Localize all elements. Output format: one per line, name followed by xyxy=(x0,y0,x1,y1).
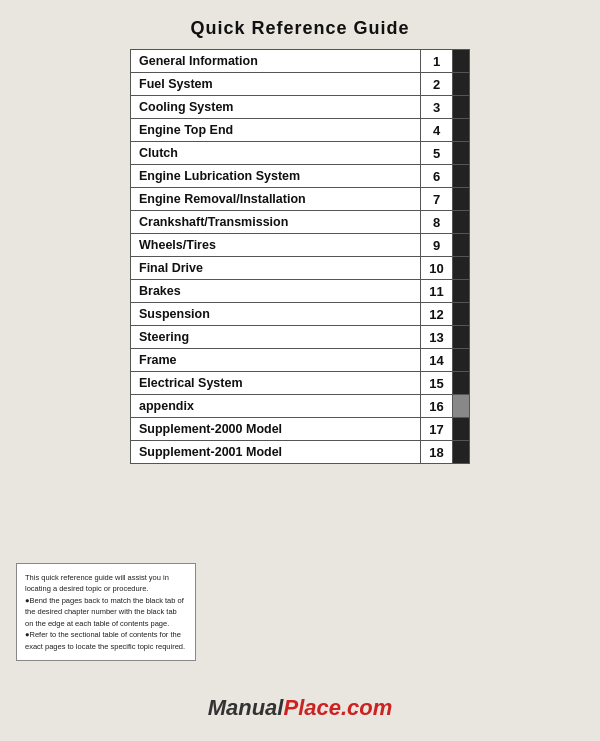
row-label: Final Drive xyxy=(131,257,421,279)
page: Quick Reference Guide General Informatio… xyxy=(0,0,600,741)
row-tab xyxy=(453,395,469,417)
row-label: Clutch xyxy=(131,142,421,164)
table-row: Engine Removal/Installation7 xyxy=(130,187,470,210)
table-row: Suspension12 xyxy=(130,302,470,325)
table-row: Frame14 xyxy=(130,348,470,371)
row-tab xyxy=(453,188,469,210)
row-label: Supplement-2001 Model xyxy=(131,441,421,463)
row-tab xyxy=(453,142,469,164)
row-label: Electrical System xyxy=(131,372,421,394)
row-number: 5 xyxy=(421,142,453,164)
row-label: Supplement-2000 Model xyxy=(131,418,421,440)
row-number: 10 xyxy=(421,257,453,279)
row-number: 13 xyxy=(421,326,453,348)
table-row: General Information1 xyxy=(130,49,470,72)
row-number: 14 xyxy=(421,349,453,371)
table-row: Crankshaft/Transmission8 xyxy=(130,210,470,233)
row-tab xyxy=(453,349,469,371)
row-tab xyxy=(453,441,469,463)
row-number: 16 xyxy=(421,395,453,417)
table-row: Brakes11 xyxy=(130,279,470,302)
row-label: Engine Lubrication System xyxy=(131,165,421,187)
table-row: Electrical System15 xyxy=(130,371,470,394)
row-number: 17 xyxy=(421,418,453,440)
row-number: 12 xyxy=(421,303,453,325)
row-tab xyxy=(453,280,469,302)
row-label: Frame xyxy=(131,349,421,371)
page-title: Quick Reference Guide xyxy=(0,0,600,49)
row-tab xyxy=(453,50,469,72)
row-tab xyxy=(453,372,469,394)
row-label: Cooling System xyxy=(131,96,421,118)
row-tab xyxy=(453,234,469,256)
row-number: 6 xyxy=(421,165,453,187)
table-row: Engine Top End4 xyxy=(130,118,470,141)
row-tab xyxy=(453,326,469,348)
row-tab xyxy=(453,303,469,325)
table-row: Steering13 xyxy=(130,325,470,348)
row-label: Fuel System xyxy=(131,73,421,95)
watermark: ManualPlace.com xyxy=(208,695,393,721)
table-row: Fuel System2 xyxy=(130,72,470,95)
row-tab xyxy=(453,257,469,279)
row-label: appendix xyxy=(131,395,421,417)
row-number: 4 xyxy=(421,119,453,141)
row-label: Crankshaft/Transmission xyxy=(131,211,421,233)
row-tab xyxy=(453,73,469,95)
instructions-text: This quick reference guide will assist y… xyxy=(25,573,185,651)
row-label: Steering xyxy=(131,326,421,348)
row-tab xyxy=(453,119,469,141)
row-tab xyxy=(453,418,469,440)
table-row: Wheels/Tires9 xyxy=(130,233,470,256)
row-number: 7 xyxy=(421,188,453,210)
row-label: Engine Removal/Installation xyxy=(131,188,421,210)
row-number: 8 xyxy=(421,211,453,233)
row-label: Brakes xyxy=(131,280,421,302)
row-tab xyxy=(453,96,469,118)
table-row: appendix16 xyxy=(130,394,470,417)
row-label: Engine Top End xyxy=(131,119,421,141)
row-label: Suspension xyxy=(131,303,421,325)
row-number: 18 xyxy=(421,441,453,463)
instructions-box: This quick reference guide will assist y… xyxy=(16,563,196,662)
row-tab xyxy=(453,211,469,233)
table-row: Engine Lubrication System6 xyxy=(130,164,470,187)
table-row: Supplement-2001 Model18 xyxy=(130,440,470,464)
table-row: Clutch5 xyxy=(130,141,470,164)
watermark-place: Place.com xyxy=(283,695,392,720)
row-number: 11 xyxy=(421,280,453,302)
row-tab xyxy=(453,165,469,187)
table-row: Cooling System3 xyxy=(130,95,470,118)
row-number: 1 xyxy=(421,50,453,72)
watermark-manual: Manual xyxy=(208,695,284,720)
table-row: Supplement-2000 Model17 xyxy=(130,417,470,440)
row-number: 3 xyxy=(421,96,453,118)
reference-table: General Information1Fuel System2Cooling … xyxy=(130,49,470,464)
row-number: 2 xyxy=(421,73,453,95)
table-row: Final Drive10 xyxy=(130,256,470,279)
row-number: 9 xyxy=(421,234,453,256)
row-label: General Information xyxy=(131,50,421,72)
row-number: 15 xyxy=(421,372,453,394)
row-label: Wheels/Tires xyxy=(131,234,421,256)
